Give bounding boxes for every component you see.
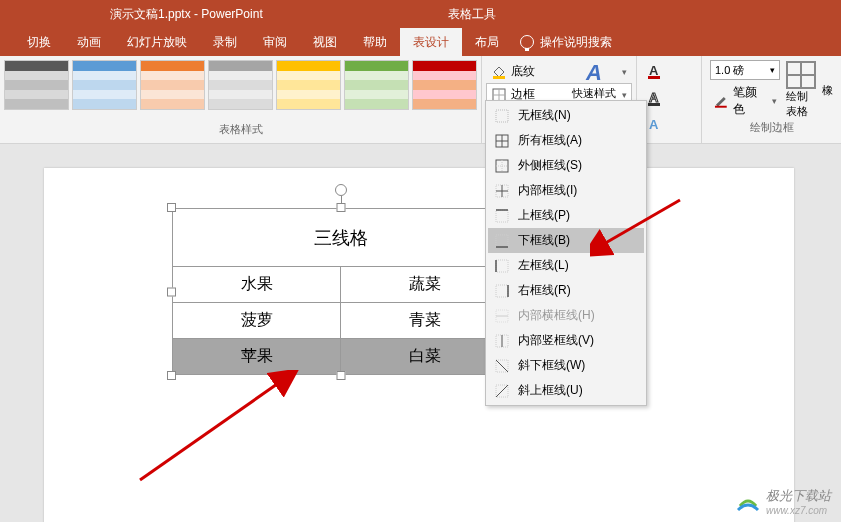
resize-handle-sw[interactable] bbox=[167, 371, 176, 380]
table-row-selected[interactable]: 苹果 白菜 bbox=[173, 339, 509, 375]
tab-transition[interactable]: 切换 bbox=[14, 28, 64, 56]
all-borders-icon bbox=[494, 133, 510, 149]
svg-rect-10 bbox=[496, 110, 508, 122]
menu-all-borders[interactable]: 所有框线(A) bbox=[488, 128, 644, 153]
svg-line-33 bbox=[496, 360, 508, 372]
menu-diagonal-down[interactable]: 斜下框线(W) bbox=[488, 353, 644, 378]
tab-review[interactable]: 审阅 bbox=[250, 28, 300, 56]
tab-slideshow[interactable]: 幻灯片放映 bbox=[114, 28, 200, 56]
inside-h-border-icon bbox=[494, 308, 510, 324]
diag-up-icon bbox=[494, 383, 510, 399]
svg-rect-22 bbox=[496, 235, 508, 247]
right-border-icon bbox=[494, 283, 510, 299]
table-style-3[interactable] bbox=[208, 60, 273, 110]
table-header-0[interactable]: 水果 bbox=[173, 267, 341, 303]
text-fill-button[interactable]: A bbox=[641, 60, 671, 82]
menu-bottom-border[interactable]: 下框线(B) bbox=[488, 228, 644, 253]
svg-text:A: A bbox=[649, 63, 659, 78]
top-border-icon bbox=[494, 208, 510, 224]
menu-inside-borders[interactable]: 内部框线(I) bbox=[488, 178, 644, 203]
ribbon-tabs: 切换 动画 幻灯片放映 录制 审阅 视图 帮助 表设计 布局 操作说明搜索 bbox=[0, 28, 841, 56]
table-selection[interactable]: 三线格 水果 蔬菜 菠萝 青菜 苹果 白菜 bbox=[172, 208, 509, 375]
menu-top-border[interactable]: 上框线(P) bbox=[488, 203, 644, 228]
table-style-5[interactable] bbox=[344, 60, 409, 110]
menu-right-border[interactable]: 右框线(R) bbox=[488, 278, 644, 303]
tab-animation[interactable]: 动画 bbox=[64, 28, 114, 56]
slide-area: 三线格 水果 蔬菜 菠萝 青菜 苹果 白菜 bbox=[0, 144, 841, 522]
draw-table-icon bbox=[786, 61, 816, 89]
table-style-0[interactable] bbox=[4, 60, 69, 110]
inside-borders-icon bbox=[494, 183, 510, 199]
tab-table-design[interactable]: 表设计 bbox=[400, 28, 462, 56]
svg-rect-7 bbox=[648, 103, 660, 106]
chevron-down-icon: ▾ bbox=[772, 96, 777, 106]
quick-style-button[interactable]: A 快速样式 bbox=[572, 60, 616, 101]
chevron-down-icon: ▾ bbox=[622, 67, 627, 77]
eraser-button[interactable]: 橡 bbox=[822, 83, 833, 98]
pen-icon bbox=[713, 93, 729, 109]
svg-text:A: A bbox=[649, 117, 659, 132]
resize-handle-s[interactable] bbox=[336, 371, 345, 380]
table-cell[interactable]: 苹果 bbox=[173, 339, 341, 375]
tab-view[interactable]: 视图 bbox=[300, 28, 350, 56]
table-styles-group: 表格样式 bbox=[0, 56, 482, 143]
inside-v-border-icon bbox=[494, 333, 510, 349]
help-search[interactable]: 操作说明搜索 bbox=[520, 34, 612, 51]
menu-diagonal-up[interactable]: 斜上框线(U) bbox=[488, 378, 644, 403]
resize-handle-n[interactable] bbox=[336, 203, 345, 212]
tab-record[interactable]: 录制 bbox=[200, 28, 250, 56]
table-header-1[interactable]: 蔬菜 bbox=[341, 267, 509, 303]
table-header-row[interactable]: 水果 蔬菜 bbox=[173, 267, 509, 303]
svg-line-35 bbox=[496, 385, 508, 397]
menu-left-border[interactable]: 左框线(L) bbox=[488, 253, 644, 278]
menu-inside-horizontal: 内部横框线(H) bbox=[488, 303, 644, 328]
title-text: 演示文稿1.pptx - PowerPoint bbox=[0, 6, 263, 23]
table-row[interactable]: 菠萝 青菜 bbox=[173, 303, 509, 339]
table-title-row[interactable]: 三线格 bbox=[173, 209, 509, 267]
lightbulb-icon bbox=[520, 35, 534, 49]
svg-rect-20 bbox=[496, 210, 508, 222]
tab-help[interactable]: 帮助 bbox=[350, 28, 400, 56]
svg-rect-24 bbox=[496, 260, 508, 272]
svg-text:A: A bbox=[649, 90, 659, 105]
wordart-a-icon: A bbox=[586, 60, 602, 86]
table-style-6[interactable] bbox=[412, 60, 477, 110]
table-title-cell[interactable]: 三线格 bbox=[173, 209, 509, 267]
table-style-4[interactable] bbox=[276, 60, 341, 110]
tab-layout[interactable]: 布局 bbox=[462, 28, 512, 56]
watermark-logo-icon bbox=[736, 490, 760, 514]
ppt-table[interactable]: 三线格 水果 蔬菜 菠萝 青菜 苹果 白菜 bbox=[172, 208, 509, 375]
border-dropdown-menu: 无框线(N) 所有框线(A) 外侧框线(S) 内部框线(I) 上框线(P) 下框… bbox=[485, 100, 647, 406]
table-style-1[interactable] bbox=[72, 60, 137, 110]
pen-color-dropdown[interactable]: 笔颜色 ▾ bbox=[710, 82, 780, 120]
contextual-tab-title: 表格工具 bbox=[420, 0, 524, 28]
table-cell[interactable]: 菠萝 bbox=[173, 303, 341, 339]
watermark-name: 极光下载站 bbox=[766, 487, 831, 505]
watermark: 极光下载站 www.xz7.com bbox=[736, 487, 831, 516]
table-cell[interactable]: 白菜 bbox=[341, 339, 509, 375]
menu-no-border[interactable]: 无框线(N) bbox=[488, 103, 644, 128]
ribbon: 表格样式 底纹 ▾ 边框 ▾ A 快速样式 A A A bbox=[0, 56, 841, 144]
svg-rect-9 bbox=[715, 106, 727, 108]
resize-handle-nw[interactable] bbox=[167, 203, 176, 212]
wordart-group: A A A bbox=[637, 56, 702, 143]
svg-rect-5 bbox=[648, 76, 660, 79]
resize-handle-w[interactable] bbox=[167, 287, 176, 296]
no-border-icon bbox=[494, 108, 510, 124]
table-styles-label: 表格样式 bbox=[0, 122, 481, 137]
draw-table-button[interactable]: 绘制表格 bbox=[786, 61, 816, 119]
pen-width-select[interactable]: 1.0 磅 ▾ bbox=[710, 60, 780, 80]
diag-down-icon bbox=[494, 358, 510, 374]
table-style-2[interactable] bbox=[140, 60, 205, 110]
menu-inside-vertical[interactable]: 内部竖框线(V) bbox=[488, 328, 644, 353]
slide[interactable]: 三线格 水果 蔬菜 菠萝 青菜 苹果 白菜 bbox=[44, 168, 794, 522]
bucket-icon bbox=[491, 64, 507, 80]
chevron-down-icon: ▾ bbox=[622, 90, 627, 100]
left-border-icon bbox=[494, 258, 510, 274]
menu-outside-borders[interactable]: 外侧框线(S) bbox=[488, 153, 644, 178]
rotate-handle[interactable] bbox=[335, 184, 347, 196]
draw-borders-group: 1.0 磅 ▾ 笔颜色 ▾ 绘制表格 橡 绘制边框 bbox=[702, 56, 841, 143]
table-cell[interactable]: 青菜 bbox=[341, 303, 509, 339]
svg-rect-26 bbox=[496, 285, 508, 297]
watermark-url: www.xz7.com bbox=[766, 505, 831, 516]
